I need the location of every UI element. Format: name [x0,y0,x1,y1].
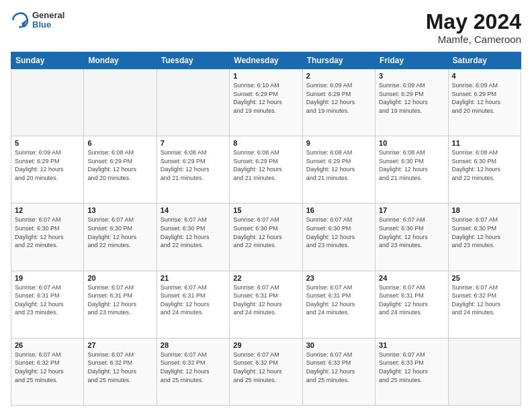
day-info: Sunrise: 6:08 AM Sunset: 6:29 PM Dayligh… [87,148,152,182]
day-number: 22 [233,274,298,282]
day-info: Sunrise: 6:09 AM Sunset: 6:29 PM Dayligh… [379,81,444,115]
day-number: 7 [161,139,226,147]
table-row: 16Sunrise: 6:07 AM Sunset: 6:30 PM Dayli… [302,203,375,271]
day-info: Sunrise: 6:07 AM Sunset: 6:33 PM Dayligh… [306,351,371,384]
col-wednesday: Wednesday [230,52,302,69]
header: General Blue May 2024 Mamfe, Cameroon [11,11,521,45]
col-monday: Monday [84,52,157,69]
day-number: 2 [306,72,371,80]
table-row: 5Sunrise: 6:09 AM Sunset: 6:29 PM Daylig… [11,136,84,203]
day-info: Sunrise: 6:08 AM Sunset: 6:30 PM Dayligh… [452,148,517,182]
table-row: 22Sunrise: 6:07 AM Sunset: 6:31 PM Dayli… [230,271,302,338]
table-row: 6Sunrise: 6:08 AM Sunset: 6:29 PM Daylig… [84,136,157,203]
table-row: 31Sunrise: 6:07 AM Sunset: 6:33 PM Dayli… [375,338,448,405]
day-info: Sunrise: 6:07 AM Sunset: 6:30 PM Dayligh… [379,216,444,249]
calendar-week-row: 5Sunrise: 6:09 AM Sunset: 6:29 PM Daylig… [11,136,521,203]
calendar-title: May 2024 [426,11,521,32]
day-info: Sunrise: 6:08 AM Sunset: 6:29 PM Dayligh… [161,148,226,182]
table-row: 24Sunrise: 6:07 AM Sunset: 6:31 PM Dayli… [375,271,448,338]
table-row: 1Sunrise: 6:10 AM Sunset: 6:29 PM Daylig… [230,69,302,136]
table-row: 30Sunrise: 6:07 AM Sunset: 6:33 PM Dayli… [302,338,375,405]
table-row: 2Sunrise: 6:09 AM Sunset: 6:29 PM Daylig… [302,69,375,136]
title-block: May 2024 Mamfe, Cameroon [426,11,521,45]
table-row: 8Sunrise: 6:08 AM Sunset: 6:29 PM Daylig… [230,136,302,203]
calendar-table: Sunday Monday Tuesday Wednesday Thursday… [11,52,521,406]
day-number: 9 [306,139,371,147]
day-number: 23 [306,274,371,282]
day-number: 26 [15,341,80,349]
calendar-week-row: 1Sunrise: 6:10 AM Sunset: 6:29 PM Daylig… [11,69,521,136]
day-info: Sunrise: 6:07 AM Sunset: 6:31 PM Dayligh… [161,283,226,317]
day-info: Sunrise: 6:07 AM Sunset: 6:31 PM Dayligh… [379,283,444,317]
day-number: 18 [452,206,517,214]
page: General Blue May 2024 Mamfe, Cameroon Su… [0,0,532,411]
day-info: Sunrise: 6:09 AM Sunset: 6:29 PM Dayligh… [15,148,80,182]
day-info: Sunrise: 6:07 AM Sunset: 6:30 PM Dayligh… [15,216,80,249]
calendar-subtitle: Mamfe, Cameroon [426,34,521,45]
table-row [84,69,157,136]
day-info: Sunrise: 6:07 AM Sunset: 6:31 PM Dayligh… [15,283,80,317]
day-number: 5 [15,139,80,147]
table-row: 19Sunrise: 6:07 AM Sunset: 6:31 PM Dayli… [11,271,84,338]
day-info: Sunrise: 6:07 AM Sunset: 6:32 PM Dayligh… [15,351,80,384]
logo-line2: Blue [32,20,64,30]
table-row: 12Sunrise: 6:07 AM Sunset: 6:30 PM Dayli… [11,203,84,271]
day-number: 14 [161,206,226,214]
col-friday: Friday [375,52,448,69]
day-number: 1 [233,72,298,80]
table-row: 21Sunrise: 6:07 AM Sunset: 6:31 PM Dayli… [157,271,229,338]
day-info: Sunrise: 6:09 AM Sunset: 6:29 PM Dayligh… [452,81,517,115]
logo: General Blue [11,11,64,30]
table-row: 9Sunrise: 6:08 AM Sunset: 6:29 PM Daylig… [302,136,375,203]
day-number: 4 [452,72,517,80]
day-number: 12 [15,206,80,214]
day-number: 6 [87,139,152,147]
day-number: 8 [233,139,298,147]
table-row: 25Sunrise: 6:07 AM Sunset: 6:32 PM Dayli… [448,271,521,338]
day-info: Sunrise: 6:07 AM Sunset: 6:32 PM Dayligh… [233,351,298,384]
day-info: Sunrise: 6:07 AM Sunset: 6:30 PM Dayligh… [233,216,298,249]
calendar-header-row: Sunday Monday Tuesday Wednesday Thursday… [11,52,521,69]
logo-icon [11,11,30,30]
day-info: Sunrise: 6:07 AM Sunset: 6:33 PM Dayligh… [379,351,444,384]
table-row: 18Sunrise: 6:07 AM Sunset: 6:30 PM Dayli… [448,203,521,271]
col-tuesday: Tuesday [157,52,229,69]
day-number: 10 [379,139,444,147]
day-info: Sunrise: 6:07 AM Sunset: 6:31 PM Dayligh… [306,283,371,317]
table-row: 7Sunrise: 6:08 AM Sunset: 6:29 PM Daylig… [157,136,229,203]
day-number: 19 [15,274,80,282]
day-number: 13 [87,206,152,214]
table-row: 23Sunrise: 6:07 AM Sunset: 6:31 PM Dayli… [302,271,375,338]
day-info: Sunrise: 6:07 AM Sunset: 6:32 PM Dayligh… [87,351,152,384]
day-number: 25 [452,274,517,282]
table-row: 3Sunrise: 6:09 AM Sunset: 6:29 PM Daylig… [375,69,448,136]
day-info: Sunrise: 6:07 AM Sunset: 6:30 PM Dayligh… [161,216,226,249]
table-row: 14Sunrise: 6:07 AM Sunset: 6:30 PM Dayli… [157,203,229,271]
day-number: 29 [233,341,298,349]
table-row: 4Sunrise: 6:09 AM Sunset: 6:29 PM Daylig… [448,69,521,136]
logo-text: General Blue [32,11,64,30]
day-number: 30 [306,341,371,349]
table-row: 13Sunrise: 6:07 AM Sunset: 6:30 PM Dayli… [84,203,157,271]
day-number: 17 [379,206,444,214]
table-row: 20Sunrise: 6:07 AM Sunset: 6:31 PM Dayli… [84,271,157,338]
table-row: 17Sunrise: 6:07 AM Sunset: 6:30 PM Dayli… [375,203,448,271]
day-number: 28 [161,341,226,349]
calendar-week-row: 19Sunrise: 6:07 AM Sunset: 6:31 PM Dayli… [11,271,521,338]
table-row: 27Sunrise: 6:07 AM Sunset: 6:32 PM Dayli… [84,338,157,405]
day-number: 11 [452,139,517,147]
day-info: Sunrise: 6:07 AM Sunset: 6:32 PM Dayligh… [452,283,517,317]
day-number: 27 [87,341,152,349]
col-saturday: Saturday [448,52,521,69]
day-info: Sunrise: 6:08 AM Sunset: 6:30 PM Dayligh… [379,148,444,182]
table-row: 26Sunrise: 6:07 AM Sunset: 6:32 PM Dayli… [11,338,84,405]
logo-line1: General [32,11,64,20]
day-number: 15 [233,206,298,214]
table-row [448,338,521,405]
day-number: 3 [379,72,444,80]
day-info: Sunrise: 6:08 AM Sunset: 6:29 PM Dayligh… [306,148,371,182]
table-row: 15Sunrise: 6:07 AM Sunset: 6:30 PM Dayli… [230,203,302,271]
day-info: Sunrise: 6:07 AM Sunset: 6:30 PM Dayligh… [306,216,371,249]
calendar-week-row: 12Sunrise: 6:07 AM Sunset: 6:30 PM Dayli… [11,203,521,271]
day-number: 20 [87,274,152,282]
